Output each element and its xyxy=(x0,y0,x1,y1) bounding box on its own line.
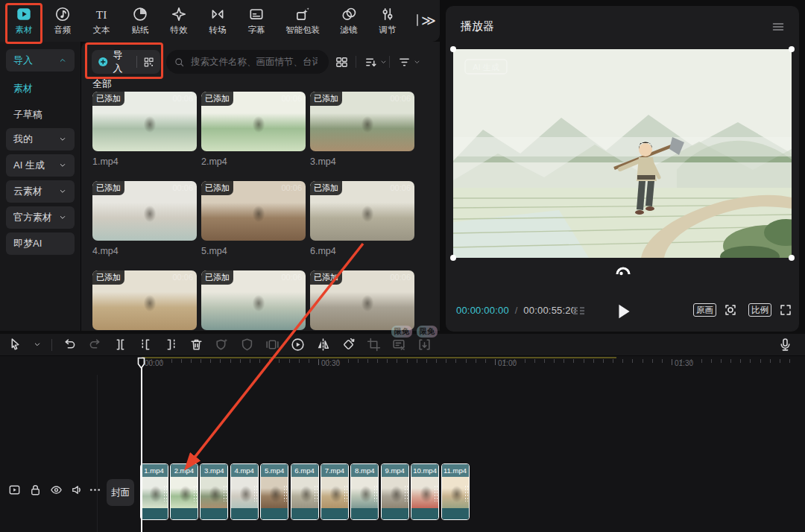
timeline-clip-8.mp4[interactable]: 8.mp4 xyxy=(350,463,379,520)
select-tool[interactable] xyxy=(7,337,23,352)
clip-drag-handle[interactable] xyxy=(193,485,197,501)
timeline-clip-5.mp4[interactable]: 5.mp4 xyxy=(260,463,288,520)
grid-view-button[interactable] xyxy=(335,51,349,72)
import-button[interactable]: 导入 xyxy=(92,50,160,74)
zoom-fit-icon[interactable] xyxy=(723,303,738,317)
sidebar-item-0[interactable]: 导入 xyxy=(6,49,75,72)
track-more-button[interactable] xyxy=(88,483,102,497)
sidebar-item-6[interactable]: 官方素材 xyxy=(6,206,75,229)
record-voiceover-button[interactable] xyxy=(777,337,793,352)
clip-drag-handle[interactable] xyxy=(253,485,257,501)
timeline-clip-7.mp4[interactable]: 7.mp4 xyxy=(321,463,349,520)
ruler-tick xyxy=(721,359,722,363)
timeline-clip-6.mp4[interactable]: 6.mp4 xyxy=(291,463,319,520)
fullscreen-icon[interactable] xyxy=(778,303,793,317)
tab-sticker[interactable]: 贴纸 xyxy=(124,3,157,39)
tab-effects[interactable]: 特效 xyxy=(162,3,195,39)
media-item-4.mp4[interactable]: 已添加00:064.mp4 xyxy=(92,181,197,256)
hamburger-menu-icon[interactable] xyxy=(771,19,786,34)
timeline-ruler[interactable]: 00:0000:3001:0001:30 xyxy=(0,357,805,375)
search-input[interactable] xyxy=(189,56,319,68)
media-item-2.mp4[interactable]: 已添加00:062.mp4 xyxy=(201,92,306,167)
clip-drag-handle[interactable] xyxy=(344,485,347,501)
tab-smartpack[interactable]: 智能包装 xyxy=(279,3,326,39)
rotate-button[interactable] xyxy=(341,337,356,352)
media-item-1.mp4[interactable]: 已添加00:061.mp4 xyxy=(92,92,197,167)
delete-right-button[interactable] xyxy=(163,337,179,352)
mask-button[interactable] xyxy=(239,337,255,352)
playhead-handle[interactable] xyxy=(137,357,145,370)
ruler-tick xyxy=(603,359,604,363)
track-type-toggle[interactable] xyxy=(7,483,22,497)
playhead-line[interactable] xyxy=(141,367,142,532)
timeline-clip-10.mp4[interactable]: 10.mp4 xyxy=(411,463,439,520)
tab-captions[interactable]: 字幕 xyxy=(240,3,273,39)
original-quality-button[interactable]: 原画 xyxy=(693,303,716,317)
timeline-clip-11.mp4[interactable]: 11.mp4 xyxy=(441,463,470,520)
split-button[interactable] xyxy=(113,337,128,352)
clip-drag-handle[interactable] xyxy=(434,485,438,501)
sidebar-item-4[interactable]: AI 生成 xyxy=(6,154,75,177)
smart-mask-button[interactable] xyxy=(214,337,230,352)
sidebar-item-3[interactable]: 我的 xyxy=(6,128,75,151)
track-visibility-button[interactable] xyxy=(49,483,63,497)
tab-text[interactable]: TI文本 xyxy=(85,3,118,39)
clip-drag-handle[interactable] xyxy=(464,485,468,501)
overlay-button[interactable] xyxy=(265,337,280,352)
media-item-5.mp4[interactable]: 已添加00:065.mp4 xyxy=(201,181,306,256)
selection-handle[interactable] xyxy=(789,46,795,52)
timeline-clip-3.mp4[interactable]: 3.mp4 xyxy=(200,463,228,520)
sidebar-item-2[interactable]: 子草稿 xyxy=(6,104,75,126)
tab-media[interactable]: 素材 xyxy=(7,3,40,39)
expand-panel-button[interactable]: ≫ xyxy=(421,12,436,29)
clip-footer xyxy=(382,508,408,520)
selection-handle[interactable] xyxy=(789,255,795,261)
clip-drag-handle[interactable] xyxy=(223,485,227,501)
timeline-clip-4.mp4[interactable]: 4.mp4 xyxy=(230,463,259,520)
delete-button[interactable] xyxy=(189,337,204,352)
tab-transition[interactable]: 转场 xyxy=(201,3,234,39)
speed-button[interactable] xyxy=(290,337,306,352)
play-button[interactable] xyxy=(616,303,632,320)
clip-drag-handle[interactable] xyxy=(314,485,318,501)
tab-filter[interactable]: 滤镜 xyxy=(332,3,365,39)
select-tool-caret[interactable] xyxy=(33,337,42,352)
clip-drag-handle[interactable] xyxy=(283,485,287,501)
clip-drag-handle[interactable] xyxy=(163,485,167,501)
clip-drag-handle[interactable] xyxy=(404,485,408,501)
selection-handle[interactable] xyxy=(450,255,456,261)
undo-button[interactable] xyxy=(62,337,78,352)
media-item-6.mp4[interactable]: 已添加00:066.mp4 xyxy=(310,181,414,256)
track-lock-button[interactable] xyxy=(28,483,42,497)
aspect-ratio-button[interactable]: 比例 xyxy=(748,303,771,317)
filter-button[interactable] xyxy=(397,51,421,72)
ruler-tick xyxy=(161,359,162,363)
redo-button[interactable] xyxy=(87,337,103,352)
clip-drag-handle[interactable] xyxy=(373,485,377,501)
media-item-7.mp4[interactable]: 已添加00:067.mp4 xyxy=(92,270,197,331)
track-mute-button[interactable] xyxy=(70,483,84,497)
tab-audio[interactable]: 音频 xyxy=(46,3,79,39)
sidebar-item-5[interactable]: 云素材 xyxy=(6,180,75,203)
media-item-8.mp4[interactable]: 已添加00:068.mp4 xyxy=(201,270,306,331)
sidebar-item-7[interactable]: 即梦AI xyxy=(6,232,75,255)
media-item-3.mp4[interactable]: 已添加00:063.mp4 xyxy=(310,92,414,167)
selection-handle[interactable] xyxy=(450,46,456,52)
cover-button[interactable]: 封面 xyxy=(107,479,134,506)
frame-extract-button[interactable]: 限免 xyxy=(417,337,432,352)
timeline-clip-1.mp4[interactable]: 1.mp4 xyxy=(140,463,168,520)
timeline-clip-9.mp4[interactable]: 9.mp4 xyxy=(381,463,409,520)
timeline-clip-2.mp4[interactable]: 2.mp4 xyxy=(170,463,198,520)
sidebar-item-1[interactable]: 素材 xyxy=(6,77,75,100)
delete-left-button[interactable] xyxy=(138,337,154,352)
qr-import-icon[interactable] xyxy=(143,56,154,69)
subtitle-extract-button[interactable]: 限免 xyxy=(391,337,407,352)
mirror-button[interactable] xyxy=(315,337,331,352)
section-label-all[interactable]: 全部 xyxy=(92,77,112,91)
crop-button[interactable] xyxy=(366,337,382,352)
video-preview[interactable]: AI 生成 xyxy=(453,49,792,258)
media-item-9.mp4[interactable]: 已添加00:069.mp4 xyxy=(310,270,414,331)
tab-adjust[interactable]: 调节 xyxy=(371,3,404,39)
sort-button[interactable] xyxy=(364,51,388,72)
media-search[interactable] xyxy=(166,50,329,74)
